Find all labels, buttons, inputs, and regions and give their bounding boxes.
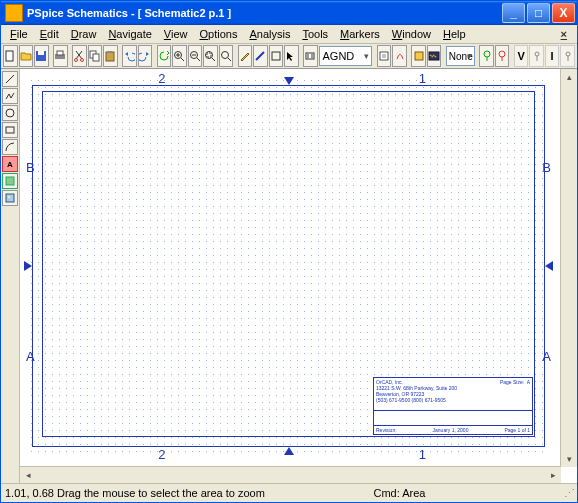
ruler-bottom-arrow (284, 447, 294, 455)
draw-text-button[interactable] (284, 45, 299, 67)
menu-tools[interactable]: Tools (296, 27, 334, 41)
scroll-right-button[interactable]: ▸ (545, 467, 561, 483)
new-button[interactable] (3, 45, 18, 67)
toolbar: AGND None V I (1, 44, 577, 69)
menu-window[interactable]: Window (386, 27, 437, 41)
text-icon: A (7, 160, 13, 169)
bus-icon (254, 50, 266, 62)
horizontal-scrollbar[interactable]: ◂ ▸ (20, 466, 561, 483)
tool-line[interactable] (2, 71, 18, 87)
zoom-fit-button[interactable] (219, 45, 234, 67)
save-icon (35, 50, 47, 62)
menu-options[interactable]: Options (194, 27, 244, 41)
cursor-icon (285, 50, 297, 62)
tool-rect[interactable] (2, 122, 18, 138)
redo-icon (139, 50, 151, 62)
canvas[interactable]: 2 1 2 1 B A B A OrCAD, Inc. (20, 69, 577, 483)
ruler-top-arrow (284, 77, 294, 85)
close-button[interactable]: X (552, 3, 575, 23)
maximize-button[interactable]: □ (527, 3, 550, 23)
svg-rect-28 (6, 194, 14, 202)
zoom-out-icon (189, 50, 201, 62)
window-title: PSpice Schematics - [ Schematic2 p.1 ] (27, 7, 231, 19)
simulate-button[interactable] (427, 45, 442, 67)
mode-combo[interactable]: None (446, 46, 475, 66)
scroll-down-button[interactable]: ▾ (561, 451, 577, 467)
titlebar[interactable]: PSpice Schematics - [ Schematic2 p.1 ] _… (1, 1, 577, 25)
voltage-display-button[interactable]: V (514, 45, 529, 67)
draw-wire-button[interactable] (238, 45, 253, 67)
zoom-in-button[interactable] (172, 45, 187, 67)
ruler-top-2: 2 (158, 71, 165, 86)
resize-grip[interactable]: ⋰ (564, 487, 573, 500)
zoom-area-icon (204, 50, 216, 62)
tool-polyline[interactable] (2, 88, 18, 104)
marker-i-button[interactable] (495, 45, 510, 67)
edit-attrs-button[interactable] (377, 45, 392, 67)
svg-rect-10 (108, 51, 112, 53)
draw-bus-button[interactable] (253, 45, 268, 67)
marker-icon (481, 50, 493, 62)
cut-button[interactable] (72, 45, 87, 67)
app-icon (5, 4, 23, 22)
redo-button[interactable] (138, 45, 153, 67)
menu-navigate[interactable]: Navigate (102, 27, 157, 41)
vertical-scrollbar[interactable]: ▴ ▾ (560, 69, 577, 467)
folder-icon (20, 50, 32, 62)
get-part-button[interactable] (303, 45, 318, 67)
redraw-button[interactable] (157, 45, 172, 67)
menu-markers[interactable]: Markers (334, 27, 386, 41)
mdi-close-button[interactable]: × (555, 27, 573, 41)
zoom-fit-icon (220, 50, 232, 62)
menu-file[interactable]: File (4, 27, 34, 41)
ruler-top-1: 1 (419, 71, 426, 86)
svg-point-23 (535, 52, 539, 56)
marker2-icon (496, 50, 508, 62)
tool-text[interactable]: A (2, 156, 18, 172)
svg-rect-14 (207, 53, 211, 57)
ruler-left-b: B (26, 160, 35, 175)
scroll-up-button[interactable]: ▴ (561, 69, 577, 85)
current-toggle-button[interactable] (560, 45, 575, 67)
zoom-out-button[interactable] (188, 45, 203, 67)
zoom-area-button[interactable] (203, 45, 218, 67)
menu-view[interactable]: View (158, 27, 194, 41)
undo-button[interactable] (122, 45, 137, 67)
svg-rect-2 (38, 51, 44, 55)
svg-rect-27 (6, 177, 14, 185)
setup-button[interactable] (411, 45, 426, 67)
svg-point-24 (566, 52, 570, 56)
copy-button[interactable] (88, 45, 103, 67)
svg-rect-16 (272, 52, 280, 60)
block-icon (270, 50, 282, 62)
ruler-left-arrow (24, 261, 32, 271)
menu-edit[interactable]: Edit (34, 27, 65, 41)
menu-draw[interactable]: Draw (65, 27, 103, 41)
svg-rect-8 (93, 54, 99, 61)
menu-help[interactable]: Help (437, 27, 472, 41)
part-name-combo[interactable]: AGND (319, 46, 373, 66)
title-block: OrCAD, Inc. 13221 S.W. 68th Parkway, Sui… (373, 377, 533, 435)
svg-rect-0 (6, 51, 13, 61)
open-button[interactable] (19, 45, 34, 67)
tool-picture[interactable] (2, 190, 18, 206)
svg-point-5 (75, 59, 78, 62)
print-button[interactable] (53, 45, 68, 67)
tool-insert[interactable] (2, 173, 18, 189)
draw-block-button[interactable] (269, 45, 284, 67)
menu-analysis[interactable]: Analysis (243, 27, 296, 41)
rect-icon (5, 125, 15, 135)
edit-symbol-button[interactable] (392, 45, 407, 67)
refresh-icon (158, 50, 170, 62)
marker-v-button[interactable] (479, 45, 494, 67)
save-button[interactable] (34, 45, 49, 67)
scroll-left-button[interactable]: ◂ (20, 467, 36, 483)
tool-circle[interactable] (2, 105, 18, 121)
tb-rev-label: Revision: (376, 427, 397, 433)
svg-rect-19 (415, 52, 423, 60)
current-display-button[interactable]: I (545, 45, 560, 67)
minimize-button[interactable]: _ (502, 3, 525, 23)
voltage-toggle-button[interactable] (529, 45, 544, 67)
tool-arc[interactable] (2, 139, 18, 155)
paste-button[interactable] (103, 45, 118, 67)
